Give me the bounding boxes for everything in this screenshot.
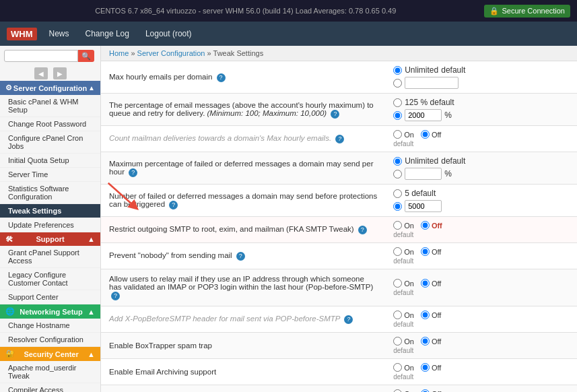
help-icon-max-hourly[interactable]: ?	[217, 73, 226, 82]
queue-unlimited-radio[interactable]	[393, 98, 402, 107]
sidebar-item-basic-cpanel[interactable]: Basic cPanel & WHM Setup	[0, 95, 100, 117]
logout-nav-link[interactable]: Logout (root)	[139, 26, 199, 41]
xpop-on-label: On	[393, 311, 414, 319]
table-row: Number of failed or deferred messages a …	[101, 185, 577, 217]
setting-control-boxtrapper: On Off default	[386, 333, 577, 359]
archiving-onoff-group: On Off default	[393, 363, 570, 381]
nobody-off-label: Off	[421, 247, 441, 256]
sidebar-item-legacy-customer[interactable]: Legacy Configure Customer Contact	[0, 268, 100, 290]
sidebar-section-security[interactable]: 🔐 Security Center ▲	[0, 347, 100, 361]
nobody-off-radio[interactable]	[421, 247, 430, 256]
boxtrapper-off-radio[interactable]	[421, 337, 430, 346]
news-nav-link[interactable]: News	[42, 26, 76, 41]
navbar: WHM News Change Log Logout (root)	[0, 22, 577, 46]
help-icon-queue[interactable]: ?	[331, 110, 339, 119]
sidebar-item-compiler[interactable]: Compiler Access	[0, 383, 100, 392]
breadcrumb-section[interactable]: Server Configuration	[137, 49, 205, 57]
smtp-default-badge: default	[393, 231, 570, 238]
relay-off-label: Off	[421, 279, 441, 288]
sidebar-section-server-configuration[interactable]: ⚙ Server Configuration ▲	[0, 81, 100, 95]
max-hourly-value-input[interactable]	[405, 77, 459, 89]
failed-pct-unlimited-label: Unlimited	[405, 156, 438, 166]
archiving-on-radio[interactable]	[393, 363, 402, 372]
smtp-off-radio[interactable]	[421, 221, 430, 230]
sidebar-prev-button[interactable]: ◀	[34, 67, 48, 79]
archiving-off-radio[interactable]	[421, 363, 430, 372]
boxtrapper-on-radio[interactable]	[393, 337, 402, 346]
nobody-default-badge: default	[393, 257, 570, 265]
failed-pct-unlimited-radio[interactable]	[393, 157, 402, 166]
failed-pct-value-radio[interactable]	[393, 170, 402, 178]
boxtrapper-on-label: On	[393, 337, 414, 346]
relay-on-off-row: On Off	[393, 279, 570, 288]
sidebar-section-networking[interactable]: 🌐 Networking Setup ▲	[0, 304, 100, 319]
section-icon-security: 🔐	[5, 350, 15, 358]
sidebar-item-support-center[interactable]: Support Center	[0, 290, 100, 304]
xpop-off-radio[interactable]	[421, 311, 430, 319]
relay-off-radio[interactable]	[421, 279, 430, 288]
smtp-on-radio[interactable]	[393, 221, 402, 230]
trigger-default-radio[interactable]	[393, 189, 402, 198]
sidebar-item-quota[interactable]: Initial Quota Setup	[0, 154, 100, 168]
trigger-value-input[interactable]	[405, 200, 442, 212]
queue-value-radio[interactable]	[393, 111, 402, 120]
sidebar-item-tweak-settings[interactable]: Tweak Settings	[0, 204, 100, 218]
nobody-on-label: On	[393, 247, 414, 256]
mailman-off-radio[interactable]	[421, 130, 430, 139]
sidebar-item-server-time[interactable]: Server Time	[0, 168, 100, 182]
queue-value-input[interactable]	[405, 109, 442, 121]
sidebar-item-hostname[interactable]: Change Hostname	[0, 319, 100, 333]
help-icon-restrict-smtp[interactable]: ?	[358, 226, 367, 234]
setting-label-failed-trigger: Number of failed or deferred messages a …	[101, 185, 386, 217]
xpop-default-badge: default	[393, 321, 570, 328]
nobody-on-radio[interactable]	[393, 247, 402, 256]
horde-on-off-row: On Off	[393, 389, 570, 392]
help-icon-failed-trigger[interactable]: ?	[169, 201, 178, 209]
value-radio[interactable]	[393, 79, 402, 88]
unlimited-radio[interactable]	[393, 66, 402, 75]
breadcrumb-home[interactable]: Home	[109, 49, 129, 57]
xpop-on-off-row: On Off	[393, 311, 570, 319]
horde-off-label: Off	[421, 389, 441, 392]
help-icon-x-popbefore[interactable]: ?	[344, 315, 353, 324]
horde-off-radio[interactable]	[421, 389, 430, 392]
failed-pct-unit: %	[444, 169, 452, 178]
section-label-security: Security Center	[24, 350, 78, 358]
table-row: Max hourly emails per domain ? Unlimited…	[101, 61, 577, 94]
horde-on-radio[interactable]	[393, 389, 402, 392]
help-icon-max-failed-pct[interactable]: ?	[129, 168, 137, 177]
section-collapse-server: ▲	[88, 84, 95, 92]
content-area: Home » Server Configuration » Tweak Sett…	[101, 46, 577, 392]
sidebar-item-change-root[interactable]: Change Root Password	[0, 117, 100, 131]
trigger-value-radio[interactable]	[393, 202, 402, 211]
mailman-on-radio[interactable]	[393, 130, 402, 139]
table-row: Restrict outgoing SMTP to root, exim, an…	[101, 217, 577, 243]
smtp-off-label: Off	[421, 221, 442, 230]
whm-logo: WHM	[7, 28, 37, 40]
sidebar-search-button[interactable]: 🔍	[78, 50, 94, 62]
sidebar-item-statistics[interactable]: Statistics Software Configuration	[0, 182, 100, 204]
relay-on-radio[interactable]	[393, 279, 402, 288]
sidebar-item-mod-userdir[interactable]: Apache mod_userdir Tweak	[0, 361, 100, 383]
failed-pct-value-input[interactable]	[405, 168, 442, 180]
setting-label-x-popbefore: Add X-PopBeforeSMTP header for mail sent…	[101, 306, 386, 333]
sidebar-item-update-prefs[interactable]: Update Preferences	[0, 218, 100, 232]
sidebar-item-grant-support[interactable]: Grant cPanel Support Access	[0, 246, 100, 268]
help-icon-mailman[interactable]: ?	[335, 135, 344, 143]
secure-connection-label: Secure Connection	[502, 7, 565, 15]
changelog-nav-link[interactable]: Change Log	[79, 26, 136, 41]
mailman-on-label: On	[393, 130, 414, 139]
setting-control-failed-trigger: 5 default	[386, 185, 577, 217]
help-icon-relay-imap[interactable]: ?	[111, 292, 120, 300]
xpop-on-radio[interactable]	[393, 311, 402, 319]
sidebar-next-button[interactable]: ▶	[53, 67, 67, 79]
sidebar-section-support[interactable]: 🛠 Support ▲	[0, 232, 100, 246]
setting-label-boxtrapper: Enable BoxTrapper spam trap	[101, 333, 386, 359]
queue-radio-group: 125 % default %	[393, 98, 570, 121]
sidebar-item-resolver[interactable]: Resolver Configuration	[0, 333, 100, 347]
help-icon-prevent-nobody[interactable]: ?	[236, 252, 245, 261]
secure-connection-badge: 🔒 Secure Connection	[484, 5, 570, 18]
sidebar-search-input[interactable]	[4, 50, 78, 62]
setting-control-prevent-nobody: On Off default	[386, 243, 577, 269]
sidebar-item-cron[interactable]: Configure cPanel Cron Jobs	[0, 131, 100, 154]
